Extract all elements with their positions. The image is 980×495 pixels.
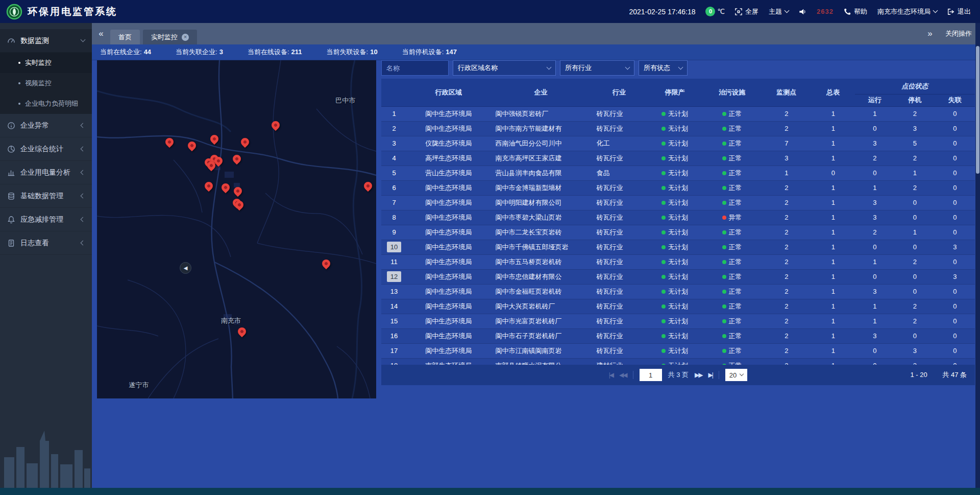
sidebar-group-base-data[interactable]: 基础数据管理	[0, 184, 92, 208]
row-monitor-points: 2	[762, 343, 812, 358]
row-region: 阆中生态环境局	[407, 328, 490, 343]
sidebar-group-data-monitoring[interactable]: 数据监测	[0, 29, 92, 53]
row-lost-count: 0	[935, 328, 975, 343]
row-industry: 砖瓦行业	[592, 269, 647, 284]
row-stopped-count: 0	[895, 284, 935, 299]
table-row[interactable]: 1阆中生态环境局阆中强锐页岩砖厂砖瓦行业无计划正常21120	[381, 106, 975, 121]
table-row[interactable]: 2阆中生态环境局阆中市南方节能建材有砖瓦行业无计划正常21030	[381, 121, 975, 136]
map-canvas[interactable]: 巴中市南充市遂宁市	[97, 60, 376, 398]
tab-realtime-monitor[interactable]: 实时监控 ×	[143, 30, 197, 44]
org-dropdown[interactable]: 南充市生态环境局	[877, 7, 937, 16]
sidebar-group-enterprise-anomaly[interactable]: 企业异常	[0, 114, 92, 137]
bell-icon	[7, 216, 15, 224]
phone-icon	[844, 8, 851, 15]
table-row[interactable]: 17阆中生态环境局阆中市江南镇阆南页岩砖瓦行业无计划正常21030	[381, 343, 975, 358]
status-dot-icon	[722, 245, 726, 249]
scrollbar-thumb[interactable]	[976, 46, 979, 174]
status-dot-icon	[722, 112, 726, 116]
first-page-button[interactable]: |◀	[609, 371, 613, 379]
logout-label: 退出	[958, 7, 971, 16]
row-monitor-points: 1	[762, 166, 812, 180]
status-dot-icon	[662, 319, 666, 323]
table-row[interactable]: 16阆中生态环境局阆中市石子页岩机砖厂砖瓦行业无计划正常21300	[381, 328, 975, 343]
database-icon	[7, 192, 15, 200]
sidebar-group-log-view[interactable]: 日志查看	[0, 231, 92, 255]
row-lost-count: 0	[935, 225, 975, 240]
row-facility-status: 正常	[702, 225, 761, 240]
row-monitor-points: 2	[762, 106, 812, 121]
tab-home[interactable]: 首页	[110, 30, 140, 44]
row-monitor-points: 2	[762, 284, 812, 299]
tabs-scroll-right-button[interactable]: »	[921, 29, 939, 39]
status-dot-icon	[722, 319, 726, 323]
table-row[interactable]: 5营山生态环境局营山县润丰肉食品有限食品无计划正常10010	[381, 166, 975, 180]
help-button[interactable]: 帮助	[844, 7, 867, 16]
tab-close-icon[interactable]: ×	[182, 34, 189, 41]
row-stopped-count: 2	[895, 180, 935, 195]
status-dot-icon	[662, 275, 666, 279]
fullscreen-button[interactable]: 全屏	[735, 7, 758, 16]
sidebar-item-power-load-detail[interactable]: 企业电力负荷明细	[0, 93, 92, 114]
table-row[interactable]: 7阆中生态环境局阆中明阳建材有限公司砖瓦行业无计划正常21300	[381, 195, 975, 210]
industry-filter-select[interactable]: 所有行业	[560, 60, 634, 76]
header-facility: 治污设施	[702, 79, 761, 106]
row-running-count: 1	[855, 106, 895, 121]
page-title: 环保用电监管系统	[28, 5, 117, 18]
table-row[interactable]: 11阆中生态环境局阆中市五马桥页岩机砖砖瓦行业无计划正常21120	[381, 254, 975, 269]
last-page-button[interactable]: ▶|	[708, 371, 712, 379]
row-region: 阆中生态环境局	[407, 195, 490, 210]
name-filter-input[interactable]	[381, 60, 449, 76]
header-stopped: 停机	[895, 94, 935, 106]
sidebar-group-enterprise-statistics[interactable]: 企业综合统计	[0, 137, 92, 161]
row-company: 阆中市五马桥页岩机砖	[490, 254, 591, 269]
stat-lost-enterprises: 当前失联企业:3	[176, 48, 223, 57]
pagination-summary: 1 - 20 共 47 条	[747, 370, 967, 380]
temperature-badge: 0 ℃	[705, 7, 725, 16]
sidebar-item-realtime-monitor[interactable]: 实时监控	[0, 53, 92, 73]
row-limit-status: 无计划	[647, 240, 702, 254]
sidebar-group-label: 数据监测	[20, 36, 76, 45]
chevron-down-icon	[785, 8, 790, 13]
status-dot-icon	[722, 156, 726, 160]
region-filter-select[interactable]: 行政区域名称	[453, 60, 556, 76]
tabs-scroll-left-button[interactable]: «	[92, 29, 110, 39]
status-dot-icon	[722, 349, 726, 353]
map-roads-decoration	[97, 60, 376, 398]
table-row[interactable]: 10阆中生态环境局阆中市千佛镇五郎垭页岩砖瓦行业无计划正常21003	[381, 240, 975, 254]
sidebar-group-emergency-reduction[interactable]: 应急减排管理	[0, 208, 92, 231]
next-page-button[interactable]: ▶▶	[695, 371, 702, 379]
table-row[interactable]: 3仪陇生态环境局西南油气田分公司川中化工无计划正常71350	[381, 136, 975, 151]
speaker-button[interactable]	[799, 8, 806, 15]
status-filter-select[interactable]: 所有状态	[639, 60, 688, 76]
page-size-select[interactable]: 20	[725, 369, 747, 381]
table-row[interactable]: 12阆中生态环境局阆中市忠信建材有限公砖瓦行业无计划正常21003	[381, 269, 975, 284]
theme-dropdown[interactable]: 主题	[769, 7, 789, 16]
table-row[interactable]: 8阆中生态环境局阆中市枣碧大梁山页岩砖瓦行业无计划异常21300	[381, 210, 975, 225]
table-row[interactable]: 14阆中生态环境局阆中大兴页岩机砖厂砖瓦行业无计划正常21120	[381, 299, 975, 314]
row-index: 3	[381, 136, 407, 151]
row-running-count: 1	[855, 254, 895, 269]
gauge-icon	[7, 37, 15, 45]
table-row[interactable]: 15阆中生态环境局阆中市光富页岩机砖厂砖瓦行业无计划正常21120	[381, 314, 975, 328]
row-facility-status: 正常	[702, 166, 761, 180]
table-row[interactable]: 13阆中生态环境局阆中市金福旺页岩机砖砖瓦行业无计划正常21300	[381, 284, 975, 299]
right-panel: 行政区域名称 所有行业 所有状态	[381, 60, 975, 385]
table-row[interactable]: 4高坪生态环境局南充市高坪区王家店建砖瓦行业无计划正常31220	[381, 151, 975, 166]
row-lost-count: 0	[935, 106, 975, 121]
filter-bar: 行政区域名称 所有行业 所有状态	[381, 60, 975, 76]
logout-button[interactable]: 退出	[947, 7, 971, 16]
row-running-count: 3	[855, 284, 895, 299]
chevron-down-icon	[625, 64, 630, 69]
row-region: 阆中生态环境局	[407, 106, 490, 121]
row-region: 阆中生态环境局	[407, 225, 490, 240]
table-row[interactable]: 6阆中生态环境局阆中市金博瑞新型墙材砖瓦行业无计划正常21120	[381, 180, 975, 195]
sidebar-item-video-monitor[interactable]: 视频监控	[0, 73, 92, 93]
row-monitor-points: 2	[762, 269, 812, 284]
page-number-input[interactable]	[640, 369, 662, 381]
close-operations-button[interactable]: 关闭操作	[945, 29, 972, 38]
map-collapse-handle[interactable]: ◀	[180, 262, 191, 274]
table-row[interactable]: 9阆中生态环境局阆中市二龙长宝页岩砖砖瓦行业无计划正常21210	[381, 225, 975, 240]
prev-page-button[interactable]: ◀◀	[619, 371, 626, 379]
sidebar-group-power-analysis[interactable]: 企业用电量分析	[0, 161, 92, 184]
row-company: 阆中市南方节能建材有	[490, 121, 591, 136]
